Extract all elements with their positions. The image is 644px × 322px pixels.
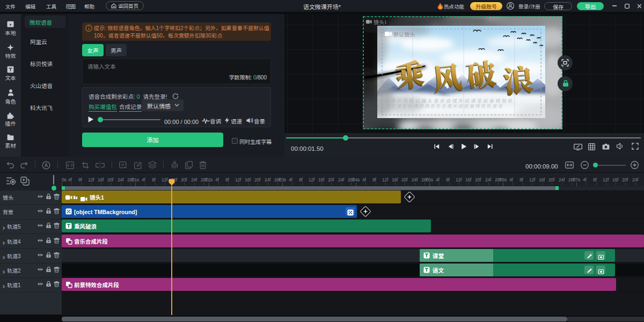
svg-text:默认镜头: 默认镜头 <box>393 30 415 38</box>
svg-text:乘: 乘 <box>392 50 427 96</box>
svg-text:浪: 浪 <box>501 56 535 101</box>
svg-text:破: 破 <box>464 50 498 96</box>
svg-text:镜头1: 镜头1 <box>374 18 387 26</box>
svg-text:风: 风 <box>430 54 464 99</box>
